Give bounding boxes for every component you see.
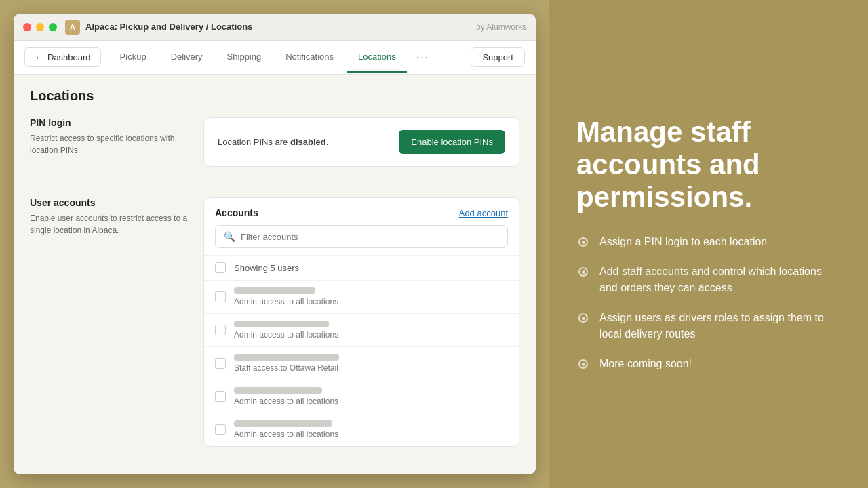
bullet-icon-1	[576, 235, 590, 249]
user-accounts-section: User accounts Enable user accounts to re…	[30, 197, 519, 447]
account-row: Staff access to Ottawa Retail	[204, 347, 519, 380]
enable-location-pins-button[interactable]: Enable location PINs	[399, 130, 505, 154]
account-name-bar-3	[234, 354, 339, 361]
pin-status-value: disabled	[290, 137, 326, 147]
promo-item-label-2: Add staff accounts and control which loc…	[599, 264, 841, 296]
account-role-5: Admin access to all locations	[234, 430, 508, 439]
search-icon: 🔍	[224, 231, 235, 242]
promo-item-1: Assign a PIN login to each location	[576, 234, 841, 250]
pin-login-title: PIN login	[30, 117, 193, 128]
account-role-2: Admin access to all locations	[234, 330, 508, 340]
tab-notifications[interactable]: Notifications	[275, 42, 344, 73]
tab-locations[interactable]: Locations	[347, 42, 407, 73]
account-row: Admin access to all locations	[204, 380, 519, 413]
promo-title: Manage staff accounts and permissions.	[576, 116, 841, 214]
account-name-bar-5	[234, 420, 332, 427]
dashboard-button[interactable]: ← Dashboard	[24, 47, 101, 67]
promo-content: Manage staff accounts and permissions. A…	[576, 116, 841, 373]
bullet-icon-3	[576, 311, 590, 325]
showing-label: Showing 5 users	[234, 263, 299, 273]
account-name-bar-4	[234, 387, 322, 394]
account-row: Admin access to all locations	[204, 281, 519, 314]
tab-delivery[interactable]: Delivery	[160, 42, 214, 73]
account-role-3: Staff access to Ottawa Retail	[234, 363, 508, 373]
account-name-bar-2	[234, 321, 329, 327]
account-role-4: Admin access to all locations	[234, 396, 508, 406]
promo-item-3: Assign users as drivers roles to assign …	[576, 310, 841, 342]
tab-shipping[interactable]: Shipping	[216, 42, 273, 73]
minimize-button[interactable]	[36, 23, 44, 31]
pin-login-content: Location PINs are disabled. Enable locat…	[203, 117, 519, 167]
account-role-1: Admin access to all locations	[234, 297, 508, 306]
filter-accounts-input[interactable]	[241, 232, 499, 242]
accounts-list: Showing 5 users Admin access to all loca…	[204, 255, 519, 446]
app-window: A Alpaca: Pickup and Delivery / Location…	[14, 14, 536, 474]
pin-login-card: Location PINs are disabled. Enable locat…	[203, 117, 519, 167]
pin-login-label: PIN login Restrict access to specific lo…	[30, 117, 193, 167]
app-logo: A	[65, 20, 80, 35]
promo-item-4: More coming soon!	[576, 356, 841, 372]
accounts-header: Accounts Add account	[204, 198, 519, 225]
more-tabs-button[interactable]: ···	[410, 46, 436, 69]
arrow-left-icon: ←	[35, 52, 43, 62]
user-accounts-title: User accounts	[30, 197, 193, 208]
close-button[interactable]	[23, 23, 31, 31]
account-checkbox-1[interactable]	[215, 291, 226, 302]
select-all-checkbox[interactable]	[215, 262, 226, 273]
user-accounts-content: Accounts Add account 🔍 Showing 5 users	[203, 197, 519, 447]
pin-status-text: Location PINs are disabled.	[218, 137, 328, 147]
account-info-4: Admin access to all locations	[234, 387, 508, 406]
account-info-3: Staff access to Ottawa Retail	[234, 354, 508, 373]
promo-item-label-1: Assign a PIN login to each location	[599, 234, 767, 250]
promo-item-label-3: Assign users as drivers roles to assign …	[599, 310, 841, 342]
account-checkbox-5[interactable]	[215, 424, 226, 435]
account-row: Admin access to all locations	[204, 413, 519, 446]
account-checkbox-3[interactable]	[215, 358, 226, 369]
traffic-lights	[23, 23, 57, 31]
account-name-bar-1	[234, 287, 315, 294]
account-info-2: Admin access to all locations	[234, 321, 508, 340]
right-panel: Manage staff accounts and permissions. A…	[549, 0, 868, 488]
promo-item-2: Add staff accounts and control which loc…	[576, 264, 841, 296]
promo-item-label-4: More coming soon!	[599, 356, 692, 372]
account-row: Admin access to all locations	[204, 314, 519, 347]
support-button[interactable]: Support	[471, 47, 525, 67]
account-checkbox-2[interactable]	[215, 325, 226, 336]
page-title: Locations	[30, 88, 519, 104]
accounts-title: Accounts	[215, 207, 258, 218]
maximize-button[interactable]	[49, 23, 57, 31]
search-box: 🔍	[215, 225, 508, 248]
add-account-link[interactable]: Add account	[459, 208, 508, 218]
bullet-icon-4	[576, 357, 590, 371]
account-checkbox-4[interactable]	[215, 391, 226, 402]
account-info-5: Admin access to all locations	[234, 420, 508, 439]
showing-row: Showing 5 users	[204, 256, 519, 281]
pin-login-section: PIN login Restrict access to specific lo…	[30, 117, 519, 167]
tab-pickup[interactable]: Pickup	[109, 42, 157, 73]
navbar: ← Dashboard Pickup Delivery Shipping Not…	[14, 41, 536, 75]
section-divider	[30, 182, 519, 182]
pin-login-description: Restrict access to specific locations wi…	[30, 132, 193, 157]
account-info-1: Admin access to all locations	[234, 287, 508, 306]
titlebar: A Alpaca: Pickup and Delivery / Location…	[14, 14, 536, 41]
app-title: Alpaca: Pickup and Delivery / Locations	[85, 22, 252, 32]
promo-list: Assign a PIN login to each location Add …	[576, 234, 841, 372]
user-accounts-description: Enable user accounts to restrict access …	[30, 212, 193, 237]
bullet-icon-2	[576, 265, 590, 279]
user-accounts-label: User accounts Enable user accounts to re…	[30, 197, 193, 447]
accounts-card: Accounts Add account 🔍 Showing 5 users	[203, 197, 519, 447]
page-content: Locations PIN login Restrict access to s…	[14, 75, 536, 474]
by-alumworks: by Alumworks	[476, 22, 526, 32]
left-panel: A Alpaca: Pickup and Delivery / Location…	[0, 0, 549, 488]
